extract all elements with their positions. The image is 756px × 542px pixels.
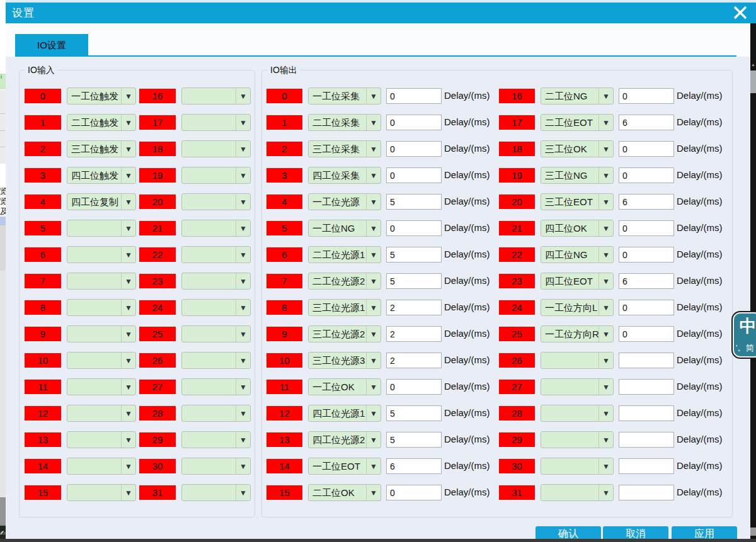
delay-input[interactable]: [619, 458, 674, 474]
io-output-select[interactable]: 四工位光源2▼: [308, 431, 381, 448]
io-output-select[interactable]: 一工位EOT▼: [308, 458, 381, 475]
io-input-select[interactable]: ▼: [181, 193, 251, 210]
io-input-select[interactable]: ▼: [67, 325, 136, 342]
io-output-select[interactable]: 三工位NG▼: [541, 167, 614, 184]
delay-input[interactable]: [386, 379, 442, 395]
delay-input[interactable]: [386, 405, 442, 421]
io-output-select[interactable]: 四工位EOT▼: [541, 273, 614, 290]
io-input-select[interactable]: 四工位复制▼: [67, 193, 136, 210]
io-output-select[interactable]: 一工位方向R▼: [541, 325, 614, 342]
close-icon[interactable]: [730, 2, 751, 23]
delay-input[interactable]: [619, 194, 674, 210]
delay-input[interactable]: [386, 247, 442, 263]
io-output-select[interactable]: 一工位OK▼: [308, 378, 381, 395]
delay-input[interactable]: [386, 167, 442, 183]
io-output-select[interactable]: 三工位采集▼: [308, 140, 381, 157]
io-input-select[interactable]: ▼: [181, 88, 251, 104]
io-input-select[interactable]: ▼: [181, 220, 251, 237]
io-output-select[interactable]: 二工位OK▼: [308, 484, 381, 501]
io-output-select[interactable]: 一工位方向L▼: [541, 299, 614, 316]
delay-input[interactable]: [619, 405, 674, 421]
io-input-select[interactable]: ▼: [67, 484, 136, 501]
io-output-select[interactable]: 三工位光源2▼: [308, 325, 381, 342]
io-output-select[interactable]: 四工位OK▼: [541, 220, 614, 237]
ime-language-widget[interactable]: 中 '。简: [733, 312, 756, 358]
scrollbar-thumb[interactable]: [750, 71, 756, 93]
io-input-select[interactable]: ▼: [181, 273, 251, 290]
io-input-select[interactable]: ▼: [181, 458, 251, 475]
io-input-select[interactable]: ▼: [181, 352, 251, 369]
delay-input[interactable]: [619, 379, 674, 395]
io-output-select[interactable]: 二工位采集▼: [308, 114, 381, 131]
io-output-select[interactable]: 三工位光源1▼: [308, 299, 381, 316]
delay-input[interactable]: [619, 432, 674, 448]
delay-input[interactable]: [619, 167, 674, 183]
io-input-select[interactable]: ▼: [181, 140, 251, 157]
delay-input[interactable]: [619, 485, 674, 500]
io-output-select[interactable]: ▼: [541, 405, 614, 422]
delay-input[interactable]: [619, 115, 674, 130]
delay-input[interactable]: [619, 141, 674, 157]
io-input-select[interactable]: ▼: [181, 325, 251, 342]
io-input-select[interactable]: 一工位触发▼: [67, 88, 136, 104]
delay-input[interactable]: [619, 273, 674, 289]
io-input-select[interactable]: ▼: [67, 352, 136, 369]
io-input-select[interactable]: ▼: [67, 220, 136, 237]
delay-input[interactable]: [386, 353, 442, 368]
io-input-select[interactable]: ▼: [181, 246, 251, 263]
delay-input[interactable]: [386, 432, 442, 448]
io-output-select[interactable]: 二工位NG▼: [541, 88, 614, 104]
io-output-select[interactable]: 三工位光源3▼: [308, 352, 381, 369]
io-output-select[interactable]: ▼: [541, 431, 614, 448]
io-input-select[interactable]: ▼: [67, 378, 136, 395]
delay-input[interactable]: [386, 273, 442, 289]
io-output-select[interactable]: 一工位光源▼: [308, 193, 381, 210]
delay-input[interactable]: [386, 458, 442, 474]
delay-input[interactable]: [386, 326, 442, 342]
delay-input[interactable]: [619, 300, 674, 315]
io-input-select[interactable]: 四工位触发▼: [67, 167, 136, 184]
delay-input[interactable]: [619, 247, 674, 263]
delay-input[interactable]: [386, 220, 442, 236]
io-input-select[interactable]: ▼: [67, 299, 136, 316]
io-input-select[interactable]: 三工位触发▼: [67, 140, 136, 157]
io-input-select[interactable]: ▼: [67, 246, 136, 263]
io-output-select[interactable]: 二工位光源2▼: [308, 273, 381, 290]
delay-input[interactable]: [386, 485, 442, 500]
io-output-select[interactable]: 四工位NG▼: [541, 246, 614, 263]
delay-input[interactable]: [619, 326, 674, 342]
io-output-select[interactable]: 三工位OK▼: [541, 140, 614, 157]
io-output-select[interactable]: ▼: [541, 352, 614, 369]
delay-input[interactable]: [619, 353, 674, 368]
io-output-select[interactable]: 一工位NG▼: [308, 220, 381, 237]
io-input-select[interactable]: ▼: [181, 299, 251, 316]
io-input-select[interactable]: 二工位触发▼: [67, 114, 136, 131]
io-input-select[interactable]: ▼: [67, 431, 136, 448]
delay-input[interactable]: [619, 88, 674, 104]
io-output-select[interactable]: 一工位采集▼: [308, 88, 381, 104]
io-input-select[interactable]: ▼: [181, 431, 251, 448]
delay-input[interactable]: [386, 194, 442, 210]
delay-input[interactable]: [619, 220, 674, 236]
io-input-select[interactable]: ▼: [181, 378, 251, 395]
io-input-select[interactable]: ▼: [67, 458, 136, 475]
tab-io-settings[interactable]: IO设置: [15, 34, 88, 57]
delay-input[interactable]: [386, 88, 442, 104]
io-output-select[interactable]: 四工位光源1▼: [308, 405, 381, 422]
io-output-select[interactable]: ▼: [541, 484, 614, 501]
io-output-select[interactable]: ▼: [541, 378, 614, 395]
io-input-select[interactable]: ▼: [181, 114, 251, 131]
io-output-select[interactable]: 二工位光源1▼: [308, 246, 381, 263]
io-output-select[interactable]: 三工位EOT▼: [541, 193, 614, 210]
delay-input[interactable]: [386, 141, 442, 157]
delay-input[interactable]: [386, 300, 442, 315]
io-input-select[interactable]: ▼: [181, 167, 251, 184]
io-output-select[interactable]: ▼: [541, 458, 614, 475]
io-input-select[interactable]: ▼: [181, 484, 251, 501]
delay-input[interactable]: [386, 115, 442, 130]
io-input-select[interactable]: ▼: [181, 405, 251, 422]
io-output-select[interactable]: 二工位EOT▼: [541, 114, 614, 131]
io-output-select[interactable]: 四工位采集▼: [308, 167, 381, 184]
io-input-select[interactable]: ▼: [67, 405, 136, 422]
io-input-select[interactable]: ▼: [67, 273, 136, 290]
